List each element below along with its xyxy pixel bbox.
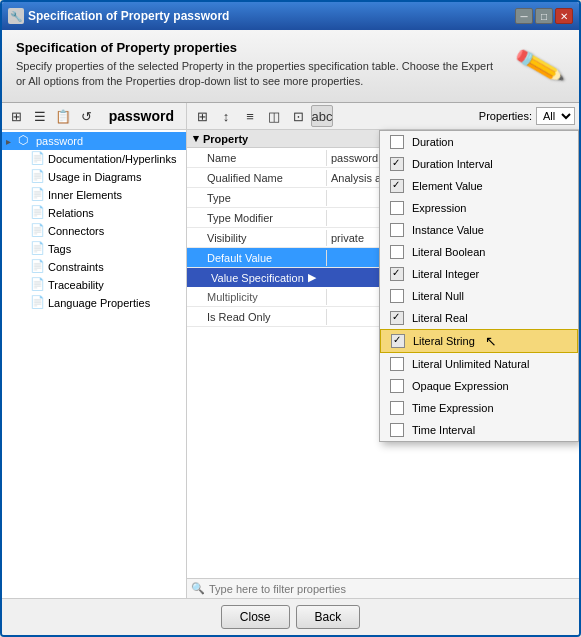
menu-item-label: Instance Value [412, 224, 484, 236]
checkbox-empty-icon [388, 134, 406, 150]
pencil-icon: ✏️ [512, 40, 566, 92]
checkbox-checked-icon [388, 178, 406, 194]
title-bar-left: 🔧 Specification of Property password [8, 8, 229, 24]
item-icon: 📄 [30, 259, 46, 275]
item-icon: 📄 [30, 223, 46, 239]
view-btn-3[interactable]: ≡ [239, 105, 261, 127]
menu-item-literal-real[interactable]: Literal Real [380, 307, 578, 329]
item-icon: 📄 [30, 169, 46, 185]
tree-item-language[interactable]: 📄 Language Properties [2, 294, 186, 312]
right-toolbar: ⊞ ↕ ≡ ◫ ⊡ abc Properties: All [187, 103, 579, 130]
view-btn-1[interactable]: ⊞ [191, 105, 213, 127]
properties-label: Properties: [479, 110, 532, 122]
item-icon: 📄 [30, 187, 46, 203]
item-label: Relations [48, 207, 94, 219]
menu-item-label: Literal Null [412, 290, 464, 302]
menu-item-time-expression[interactable]: Time Expression [380, 397, 578, 419]
tree-item-documentation[interactable]: 📄 Documentation/Hyperlinks [2, 150, 186, 168]
tree-item-tags[interactable]: 📄 Tags [2, 240, 186, 258]
menu-item-literal-string[interactable]: Literal String ↖ [380, 329, 578, 353]
menu-item-literal-unlimited[interactable]: Literal Unlimited Natural [380, 353, 578, 375]
cursor-icon: ↖ [485, 333, 497, 349]
header-title: Specification of Property properties [16, 40, 501, 55]
back-button[interactable]: Back [296, 605, 361, 629]
checkbox-empty-icon [388, 400, 406, 416]
item-label: Language Properties [48, 297, 150, 309]
toolbar-props-btn[interactable]: 📋 [52, 105, 73, 127]
property-name: password [101, 106, 182, 126]
item-label: Documentation/Hyperlinks [48, 153, 176, 165]
checkbox-checked-icon [388, 266, 406, 282]
menu-item-element-value[interactable]: Element Value [380, 175, 578, 197]
tree-view[interactable]: ▸ ⬡ password 📄 Documentation/Hyperlinks … [2, 130, 186, 598]
checkbox-empty-icon [388, 378, 406, 394]
menu-item-literal-null[interactable]: Literal Null [380, 285, 578, 307]
menu-item-literal-boolean[interactable]: Literal Boolean [380, 241, 578, 263]
item-label: Connectors [48, 225, 104, 237]
filter-input[interactable] [209, 583, 575, 595]
tree-item-relations[interactable]: 📄 Relations [2, 204, 186, 222]
menu-item-expression[interactable]: Expression [380, 197, 578, 219]
menu-item-time-interval[interactable]: Time Interval [380, 419, 578, 441]
search-icon: 🔍 [191, 582, 205, 595]
menu-item-label: Element Value [412, 180, 483, 192]
button-bar: Close Back [2, 598, 579, 635]
toolbar-list-btn[interactable]: ☰ [29, 105, 50, 127]
prop-name-label: Name [187, 150, 327, 166]
menu-item-instance-value[interactable]: Instance Value [380, 219, 578, 241]
checkbox-empty-icon [388, 422, 406, 438]
toolbar-grid-btn[interactable]: ⊞ [6, 105, 27, 127]
prop-name-label: Default Value [187, 250, 327, 266]
minimize-button[interactable]: ─ [515, 8, 533, 24]
left-panel: ⊞ ☰ 📋 ↺ password ▸ ⬡ password 📄 Document… [2, 103, 187, 598]
tree-item-inner[interactable]: 📄 Inner Elements [2, 186, 186, 204]
close-button[interactable]: ✕ [555, 8, 573, 24]
properties-dropdown[interactable]: All [536, 107, 575, 125]
header-icon-area: ✏️ [513, 40, 565, 92]
tree-item-connectors[interactable]: 📄 Connectors [2, 222, 186, 240]
menu-item-label: Literal Integer [412, 268, 479, 280]
menu-item-label: Duration Interval [412, 158, 493, 170]
view-btn-2[interactable]: ↕ [215, 105, 237, 127]
prop-name-label: Qualified Name [187, 170, 327, 186]
prop-name-label: Type Modifier [187, 210, 327, 226]
tree-item-usage[interactable]: 📄 Usage in Diagrams [2, 168, 186, 186]
menu-item-duration[interactable]: Duration [380, 131, 578, 153]
header-text-block: Specification of Property properties Spe… [16, 40, 501, 90]
view-btn-5[interactable]: ⊡ [287, 105, 309, 127]
menu-item-label: Literal Real [412, 312, 468, 324]
prop-name-label: Multiplicity [187, 289, 327, 305]
section-expander: ▾ [193, 132, 199, 145]
header-description: Specify properties of the selected Prope… [16, 59, 501, 90]
checkbox-empty-icon [388, 356, 406, 372]
value-spec-dropdown: Duration Duration Interval Element Value… [379, 130, 579, 442]
item-icon: 📄 [30, 241, 46, 257]
maximize-button[interactable]: □ [535, 8, 553, 24]
menu-item-label: Duration [412, 136, 454, 148]
menu-item-literal-integer[interactable]: Literal Integer [380, 263, 578, 285]
checkbox-empty-icon [388, 222, 406, 238]
window-title: Specification of Property password [28, 9, 229, 23]
item-icon: 📄 [30, 277, 46, 293]
view-btn-6[interactable]: abc [311, 105, 333, 127]
header-panel: Specification of Property properties Spe… [2, 30, 579, 103]
item-icon: 📄 [30, 295, 46, 311]
item-icon: ⬡ [18, 133, 34, 149]
item-label: Traceability [48, 279, 104, 291]
close-button[interactable]: Close [221, 605, 290, 629]
tree-item-constraints[interactable]: 📄 Constraints [2, 258, 186, 276]
left-toolbar: ⊞ ☰ 📋 ↺ password [2, 103, 186, 130]
view-btn-4[interactable]: ◫ [263, 105, 285, 127]
menu-item-label: Opaque Expression [412, 380, 509, 392]
checkbox-empty-icon [388, 244, 406, 260]
submenu-arrow-icon: ▶ [308, 271, 316, 284]
filter-bar: 🔍 [187, 578, 579, 598]
main-window: 🔧 Specification of Property password ─ □… [0, 0, 581, 637]
tree-item-traceability[interactable]: 📄 Traceability [2, 276, 186, 294]
menu-item-opaque-expression[interactable]: Opaque Expression [380, 375, 578, 397]
toolbar-refresh-btn[interactable]: ↺ [75, 105, 96, 127]
tree-item-password[interactable]: ▸ ⬡ password [2, 132, 186, 150]
item-icon: 📄 [30, 151, 46, 167]
checkbox-checked-icon [389, 333, 407, 349]
menu-item-duration-interval[interactable]: Duration Interval [380, 153, 578, 175]
